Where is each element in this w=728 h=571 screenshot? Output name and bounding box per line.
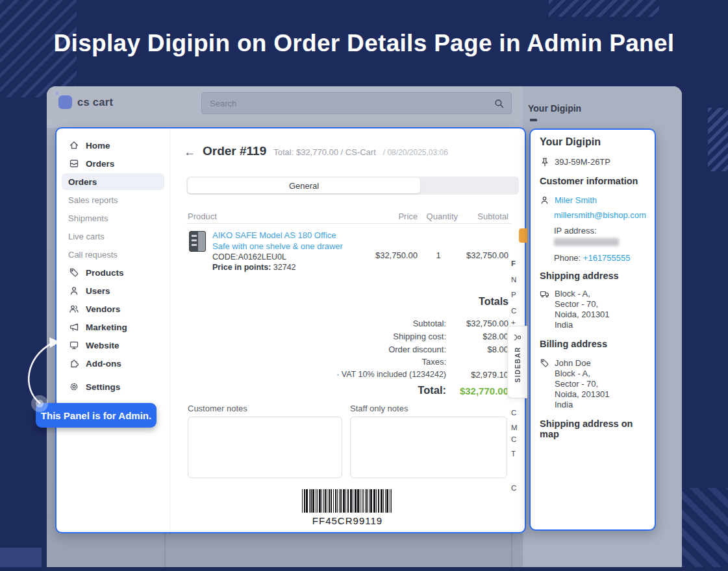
pushpin-icon <box>540 157 550 167</box>
sidebar-item-vendors[interactable]: Vendors <box>56 300 169 318</box>
billing-address-heading: Billing address <box>540 339 648 349</box>
digipin-code-row: 39J-59M-26TP <box>540 157 648 167</box>
product-price: $32,750.00 <box>355 250 418 260</box>
search-input[interactable]: Search <box>201 92 512 114</box>
clipped-text-fragment: C <box>511 484 516 492</box>
digipin-panel: Your Digipin 39J-59M-26TP Customer infor… <box>529 128 656 531</box>
monitor-icon <box>68 340 79 351</box>
clipped-text-fragment: C <box>511 307 516 315</box>
order-panel: Home Orders Orders Sales reports Shipmen… <box>55 127 526 533</box>
customer-name-link[interactable]: Miler Smith <box>555 195 597 205</box>
background-digipin-heading: Your Digipin <box>528 103 682 114</box>
search-icon[interactable] <box>494 98 505 109</box>
sidebar-item-products[interactable]: Products <box>56 263 169 282</box>
user-icon <box>68 286 79 297</box>
totals-row-value: $8.00 <box>446 345 508 354</box>
dim-column-divider <box>511 533 512 570</box>
ip-address-label: IP address: <box>554 226 648 236</box>
product-info: AIKO SAFE Model AS 180 Office Safe with … <box>212 230 354 273</box>
shipping-address-heading: Shipping address <box>540 271 648 281</box>
users-icon <box>68 304 79 315</box>
sidebar-item-label: Users <box>86 286 110 296</box>
sidebar-item-label: Vendors <box>86 304 120 314</box>
totals-row-label: Shipping cost: <box>251 332 446 341</box>
sidebar-item-label: Sales reports <box>68 195 118 205</box>
product-thumbnail <box>189 231 206 252</box>
tab-general[interactable]: General <box>188 178 420 193</box>
totals-row-label: Taxes: <box>251 357 446 367</box>
sidebar-item-label: Home <box>86 141 110 151</box>
clipped-text-fragment: P <box>511 291 516 298</box>
sidebar-item-shipments[interactable]: Shipments <box>56 209 169 227</box>
sidebar-item-label: Orders <box>68 177 97 187</box>
sidebar-item-marketing[interactable]: Marketing <box>56 318 169 336</box>
totals-heading: Totals <box>379 296 508 308</box>
clipped-text-fragment: F <box>511 260 516 267</box>
sidebar-item-users[interactable]: Users <box>56 282 169 300</box>
product-name-link[interactable]: AIKO SAFE Model AS 180 Office Safe with … <box>212 230 354 252</box>
sidebar-item-live-carts[interactable]: Live carts <box>56 227 169 245</box>
customer-email-link[interactable]: millersmith@bishop.com <box>554 210 648 220</box>
total-label: Total: <box>316 384 446 396</box>
shipping-address: Block - A, Sector - 70, Noida, 201301 In… <box>555 289 610 330</box>
decor-stripes-top-right <box>549 0 659 17</box>
column-header-price: Price <box>355 212 418 221</box>
order-meta: Total: $32,770.00 / CS-Cart <box>273 147 376 157</box>
back-arrow-icon[interactable]: ← <box>184 145 195 159</box>
admin-screenshot: cs cart Search Your Digipin Home <box>47 86 682 571</box>
totals-row-label: Order discount: <box>251 345 446 354</box>
gear-icon <box>68 382 79 393</box>
product-subtotal: $32,750.00 <box>454 250 508 260</box>
clipped-text-fragment: C <box>511 409 516 417</box>
decor-stripes-right <box>708 108 728 171</box>
phone-link[interactable]: +161755555 <box>583 253 631 263</box>
tag-icon <box>68 267 79 278</box>
sidebar-toggle-tab[interactable]: SIDEBAR <box>507 326 527 398</box>
clipped-text-fragment: T <box>511 450 516 457</box>
sidebar-item-website[interactable]: Website <box>56 336 169 354</box>
sidebar-item-orders[interactable]: Orders <box>56 154 169 173</box>
page-title: Display Digipin on Order Details Page in… <box>0 30 728 57</box>
sidebar-item-label: Live carts <box>68 232 105 241</box>
puzzle-icon <box>68 358 79 369</box>
tab-general-label: General <box>289 181 319 191</box>
sidebar-item-add-ons[interactable]: Add-ons <box>56 354 169 372</box>
pin-icon-fragment <box>530 119 537 121</box>
sidebar-tab-label: SIDEBAR <box>514 346 521 383</box>
sidebar-item-home[interactable]: Home <box>56 136 169 154</box>
shipping-address-row: Block - A, Sector - 70, Noida, 201301 In… <box>540 289 648 330</box>
phone-row: Phone: +161755555 <box>554 253 648 263</box>
sidebar-item-settings[interactable]: Settings <box>56 378 169 396</box>
inbox-icon <box>68 158 79 169</box>
billing-address: John Doe Block - A, Sector - 70, Noida, … <box>555 358 610 410</box>
barcode-bars <box>302 489 393 513</box>
customer-information-heading: Customer information <box>540 176 648 186</box>
sidebar-item-orders-active[interactable]: Orders <box>62 173 164 190</box>
product-code: CODE:A0162LEU0L <box>212 252 354 262</box>
total-value: $32,770.00 <box>446 385 508 396</box>
product-points: Price in points: 32742 <box>212 262 354 273</box>
sidebar-item-label: Marketing <box>86 322 127 332</box>
user-icon <box>540 195 550 206</box>
truck-icon <box>540 289 550 299</box>
barcode <box>302 489 393 513</box>
billing-address-row: John Doe Block - A, Sector - 70, Noida, … <box>540 358 648 410</box>
order-title: Order #119 <box>203 144 266 158</box>
column-header-product: Product <box>188 212 217 221</box>
clipped-text-fragment: M <box>511 424 518 431</box>
cscart-logo: cs cart <box>58 95 113 109</box>
customer-notes-textarea[interactable] <box>188 417 342 478</box>
column-header-quantity: Quantity <box>419 212 458 221</box>
sidebar-item-label: Orders <box>86 159 114 169</box>
shipping-address-map-heading: Shipping address on map <box>540 419 648 439</box>
customer-name-row: Miler Smith <box>540 195 648 206</box>
clipped-text-fragment: N <box>511 276 516 284</box>
cscart-logo-icon <box>58 95 72 109</box>
cscart-logo-text: cs cart <box>77 96 113 108</box>
staff-notes-textarea[interactable] <box>350 417 507 478</box>
totals-row-label: · VAT 10% included (1234242) <box>251 370 446 379</box>
sidebar-item-call-requests[interactable]: Call requests <box>56 245 169 263</box>
curved-arrow-icon <box>19 333 66 415</box>
totals-row-label: Subtotal: <box>251 319 446 328</box>
sidebar-item-sales-reports[interactable]: Sales reports <box>56 191 169 209</box>
